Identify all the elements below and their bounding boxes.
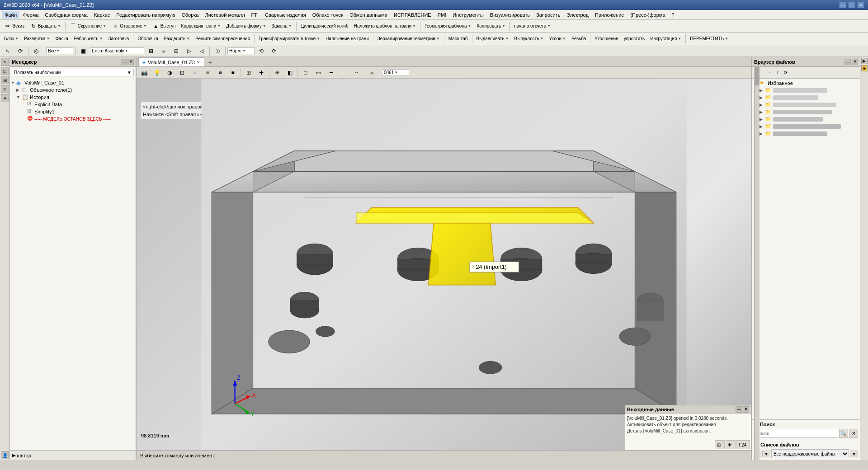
menu-point-cloud[interactable]: Облако точек bbox=[310, 11, 346, 19]
vp-icon2[interactable]: 💡 bbox=[151, 68, 163, 78]
sidebar-btn-4[interactable]: ≡ bbox=[1, 85, 9, 93]
sidebar-btn-5[interactable]: ✦ bbox=[1, 94, 9, 102]
tb-corr-face[interactable]: Коррекция грани ▼ bbox=[179, 22, 223, 30]
tb-obolochka[interactable]: Оболочка bbox=[135, 35, 160, 42]
vp-icon16[interactable]: ─ bbox=[338, 68, 349, 78]
menu-fti[interactable]: FTI bbox=[249, 11, 262, 19]
far-right-btn-1[interactable]: ▶ bbox=[861, 58, 868, 64]
cmd-icon7[interactable]: ☉ bbox=[212, 46, 223, 56]
filter-dropdown[interactable]: Все ▼ bbox=[46, 47, 73, 54]
cmd-icon1[interactable]: ▣ bbox=[77, 46, 89, 56]
tb-uprostit[interactable]: упростить bbox=[622, 35, 647, 42]
canvas-area[interactable]: <right-click/щелчок правой кнопкой> для … bbox=[137, 79, 751, 450]
menu-help[interactable]: ? bbox=[669, 11, 677, 19]
vp-icon9[interactable]: ⊞ bbox=[243, 68, 255, 78]
menu-free-form[interactable]: Свободная форма bbox=[42, 11, 90, 19]
menu-file[interactable]: Файл bbox=[2, 11, 19, 19]
tb-skrug[interactable]: ⌒ Скругление ▼ bbox=[67, 21, 108, 31]
vp-icon10[interactable]: ✚ bbox=[255, 68, 267, 78]
tb-blok[interactable]: Блок ▼ bbox=[2, 35, 21, 42]
cmd-icon4[interactable]: ⊟ bbox=[170, 46, 182, 56]
tb-add-form[interactable]: Добавить форму ▼ bbox=[224, 22, 268, 30]
vp-icon15[interactable]: ━ bbox=[325, 68, 337, 78]
tb-copy[interactable]: Копировать ▼ bbox=[474, 22, 508, 30]
menu-electrode[interactable]: Электрод bbox=[564, 11, 591, 19]
tb-razvertka[interactable]: Развертка ▼ bbox=[22, 35, 52, 42]
restore-button[interactable]: □ bbox=[848, 2, 855, 8]
tb-template-face[interactable]: Наложить шаблон на грани ▼ bbox=[352, 22, 418, 30]
tb-cyl-bend[interactable]: Цилиндрический изгиб bbox=[298, 22, 351, 30]
menu-sheet-metal[interactable]: Листовой металл bbox=[202, 11, 247, 19]
norm-dropdown[interactable]: Норм. ▼ bbox=[227, 47, 255, 54]
search-input[interactable] bbox=[754, 429, 838, 438]
tb-scale[interactable]: Масштаб bbox=[446, 35, 470, 42]
file-item-7[interactable]: ▶ 📁 bbox=[752, 130, 860, 137]
menu-karkac[interactable]: Каркас bbox=[91, 11, 113, 19]
right-panel-minimize[interactable]: — bbox=[844, 59, 851, 65]
rt-forward-btn[interactable]: → bbox=[764, 69, 773, 76]
search-submit-btn[interactable]: 🔍 bbox=[839, 429, 848, 438]
output-grid-btn[interactable]: ⊞ bbox=[715, 440, 725, 449]
tb-zamena[interactable]: Замена ▼ bbox=[269, 22, 294, 30]
menu-edit-direct[interactable]: Редактировать напрямую bbox=[113, 11, 178, 19]
file-item-3[interactable]: ▶ 📁 bbox=[752, 101, 860, 108]
tree-show-dropdown[interactable]: Показать наибольший ▼ bbox=[12, 69, 134, 76]
vp-icon12[interactable]: ◧ bbox=[284, 68, 296, 78]
tb-uklon[interactable]: Уклон ▼ bbox=[547, 35, 568, 42]
cmd-icon8[interactable]: ⟲ bbox=[255, 46, 267, 56]
cmd-icon2[interactable]: ⊞ bbox=[145, 46, 157, 56]
vp-icon5[interactable]: ■ bbox=[189, 68, 201, 78]
menu-tools[interactable]: Инструменты bbox=[450, 11, 486, 19]
vp-icon7[interactable]: ■ bbox=[214, 68, 226, 78]
tb-solve-self[interactable]: Решить самопересечения bbox=[193, 35, 252, 42]
vp-icon14[interactable]: ▭ bbox=[312, 68, 324, 78]
tb-rezba[interactable]: Резьба bbox=[569, 35, 588, 42]
tb-vystup[interactable]: ▲ Выступ bbox=[150, 21, 178, 31]
cmd-icon3[interactable]: ≡ bbox=[158, 46, 170, 56]
vp-icon17[interactable]: ╌ bbox=[350, 68, 362, 78]
file-item-1[interactable]: ▶ 📁 bbox=[752, 87, 860, 94]
cmd-circle[interactable]: ◎ bbox=[30, 46, 42, 56]
cmd-icon9[interactable]: ⟳ bbox=[268, 46, 280, 56]
sidebar-btn-6[interactable]: 👤 bbox=[1, 451, 9, 459]
tb-overlay[interactable]: Наложение на грани bbox=[323, 35, 371, 42]
cmd-icon5[interactable]: ▷ bbox=[183, 46, 195, 56]
cmd-select[interactable]: ↖ bbox=[2, 46, 14, 56]
minimize-button[interactable]: — bbox=[839, 2, 846, 8]
tb-vypuklost[interactable]: Выпуклость ▼ bbox=[512, 35, 546, 42]
menu-fix[interactable]: ИСПРАВЛЕНИЕ bbox=[391, 11, 434, 19]
rt-refresh-btn[interactable]: ⟳ bbox=[782, 69, 790, 76]
file-item-6[interactable]: ▶ 📁 bbox=[752, 123, 860, 130]
tb-hole[interactable]: ○ Отверстие ▼ bbox=[109, 21, 149, 31]
tb-transform-point[interactable]: Трансформировать в точке ▼ bbox=[256, 35, 322, 42]
file-item-4[interactable]: ▶ 📁 bbox=[752, 108, 860, 116]
tree-item-solid[interactable]: ▶ ⬡ Объемное тело(1) bbox=[10, 86, 136, 94]
tb-utolshenie[interactable]: Утолщение bbox=[592, 35, 620, 42]
sidebar-btn-3[interactable]: ⊞ bbox=[1, 76, 9, 84]
tree-item-simplify[interactable]: ☑ Simplify1 bbox=[10, 108, 136, 115]
output-snap-btn[interactable]: ✚ bbox=[726, 440, 736, 449]
cmd-icon6[interactable]: ◁ bbox=[196, 46, 208, 56]
tab-close-button[interactable]: ✕ bbox=[197, 60, 200, 65]
tree-item-root[interactable]: ▼ ◈ VoluMill_Case_01 bbox=[10, 79, 136, 86]
close-button[interactable]: ✕ bbox=[857, 2, 864, 8]
tb-start-ref[interactable]: начало отсчета ▼ bbox=[512, 22, 553, 30]
vp-icon11[interactable]: ☀ bbox=[271, 68, 283, 78]
cmd-rotate-mode[interactable]: ⟳ bbox=[14, 46, 26, 56]
tb-inkrustatsiya[interactable]: Инкрустация ▼ bbox=[648, 35, 684, 42]
menu-visualize[interactable]: Визуализировать bbox=[487, 11, 533, 19]
manager-close[interactable]: ✕ bbox=[127, 59, 134, 65]
vp-icon8[interactable]: ■ bbox=[227, 68, 239, 78]
far-right-btn-2[interactable]: ◈ bbox=[861, 65, 868, 71]
tab-add-button[interactable]: + bbox=[206, 58, 214, 66]
manager-minimize[interactable]: — bbox=[121, 59, 127, 65]
sidebar-btn-1[interactable]: ↖ bbox=[1, 58, 9, 66]
right-panel-scrollbar[interactable] bbox=[754, 67, 760, 460]
rt-up-btn[interactable]: ↑ bbox=[774, 69, 781, 76]
tb-eskiz[interactable]: ✏ Эскиз bbox=[2, 21, 27, 31]
menu-forma[interactable]: Форма bbox=[20, 11, 41, 19]
part-counter-dropdown[interactable]: 0061 ▼ bbox=[382, 69, 409, 76]
tb-vydavlivat[interactable]: Выдавливать ▼ bbox=[474, 35, 511, 42]
tb-mirror[interactable]: Зеркалирование геометрии ▼ bbox=[375, 35, 442, 42]
vp-icon1[interactable]: 📷 bbox=[138, 68, 150, 78]
